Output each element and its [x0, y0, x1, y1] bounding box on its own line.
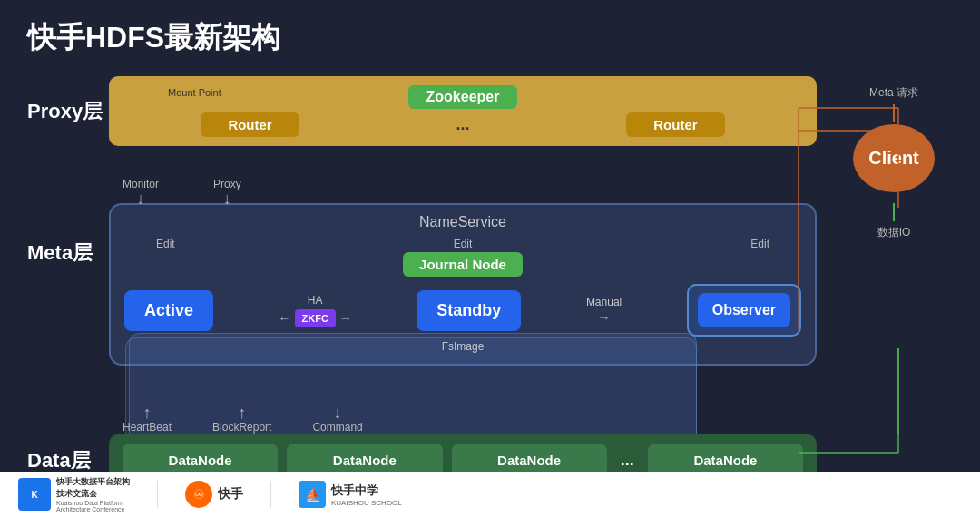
edit-right-label: Edit	[750, 238, 769, 250]
command-label: Command	[312, 421, 362, 434]
footer: K 快手大数据平台架构 技术交流会 Kuaishou Data Platform…	[0, 472, 980, 517]
standby-btn: Standby	[416, 290, 521, 331]
data-layer-label: Data层	[27, 447, 109, 474]
monitor-label: Monitor	[122, 178, 159, 190]
command-arrow-sym: ↓	[334, 405, 342, 421]
dots-label: ...	[456, 115, 469, 134]
meta-layer: Meta层 NameService Edit Edit Edit Journal	[27, 203, 817, 366]
manual-group: Manual →	[586, 296, 622, 325]
blockreport-label: BlockReport	[212, 421, 271, 434]
mount-point-label: Mount Point	[168, 87, 221, 98]
main-container: 快手HDFS最新架构 Proxy层 Mount Point Zookeeper …	[0, 0, 980, 517]
ha-label: HA	[308, 294, 323, 307]
router-left-btn: Router	[201, 112, 299, 137]
manual-label: Manual	[586, 296, 622, 308]
data-io-label: 数据IO	[877, 225, 911, 240]
heartbeat-arrow: ↑ HeartBeat	[122, 405, 172, 434]
observer-btn: Observer	[698, 293, 790, 327]
journal-node-btn: Journal Node	[403, 252, 523, 277]
footer-logo2-text: 快手	[218, 486, 243, 502]
zookeeper-btn: Zookeeper	[408, 85, 518, 109]
ha-arrows: ← ZKFC →	[279, 309, 352, 327]
blockreport-arrow-sym: ↑	[238, 405, 246, 421]
active-btn: Active	[124, 290, 213, 331]
router-row: Router ... Router	[122, 112, 803, 137]
client-data-arrow-line	[893, 203, 895, 221]
fsimage-row: FsImage	[124, 340, 801, 353]
proxy-layer-label: Proxy层	[27, 98, 109, 125]
diagram-wrapper: Proxy层 Mount Point Zookeeper Router ... …	[27, 76, 953, 466]
logo3-icon: ⛵	[299, 481, 326, 508]
journal-node-row: Journal Node	[124, 252, 801, 277]
footer-logo-3: ⛵ 快手中学 KUAISHOU SCHOOL	[299, 481, 402, 508]
ha-zkfc-group: HA ← ZKFC →	[279, 294, 352, 327]
proxy-label: Proxy	[213, 178, 241, 190]
footer-logo3-text: 快手中学 KUAISHOU SCHOOL	[331, 483, 402, 507]
fsimage-label: FsImage	[442, 340, 485, 353]
observer-box: Observer	[687, 284, 801, 337]
page-title: 快手HDFS最新架构	[27, 18, 953, 58]
footer-divider1	[157, 481, 158, 508]
logo2-icon: ♾	[185, 481, 212, 508]
proxy-box: Mount Point Zookeeper Router ... Router	[109, 76, 817, 146]
zookeeper-row: Mount Point Zookeeper	[122, 85, 803, 109]
router-right-btn: Router	[626, 112, 724, 137]
data-arrows-row: ↑ HeartBeat ↑ BlockReport ↓ Command	[122, 405, 363, 434]
client-section: Meta 请求 Client 数据IO	[835, 85, 953, 240]
proxy-layer: Proxy层 Mount Point Zookeeper Router ... …	[27, 76, 817, 146]
edit-left-label: Edit	[156, 238, 175, 250]
meta-layer-label: Meta层	[27, 239, 109, 267]
nodes-row: Active HA ← ZKFC → Standby Manual	[124, 284, 801, 337]
edit-arrows-top: Edit Edit Edit	[124, 238, 801, 250]
command-arrow: ↓ Command	[312, 405, 362, 434]
logo1-icon: K	[18, 478, 51, 511]
nameservice-box: NameService Edit Edit Edit Journal Node …	[109, 203, 817, 366]
footer-divider2	[270, 481, 271, 508]
footer-logo1-text: 快手大数据平台架构 技术交流会 Kuaishou Data Platform A…	[56, 476, 130, 512]
meta-request-label: Meta 请求	[869, 85, 918, 101]
client-meta-arrow-line	[893, 104, 895, 122]
heartbeat-arrow-sym: ↑	[143, 405, 152, 421]
nameservice-inner: NameService Edit Edit Edit Journal Node …	[124, 214, 801, 353]
blockreport-arrow: ↑ BlockReport	[212, 405, 271, 434]
nameservice-title: NameService	[124, 214, 801, 230]
footer-logo-1: K 快手大数据平台架构 技术交流会 Kuaishou Data Platform…	[18, 476, 130, 512]
client-label: Client	[868, 148, 919, 169]
footer-logo-2: ♾ 快手	[185, 481, 243, 508]
zkfc-btn: ZKFC	[295, 309, 336, 327]
edit-center-label: Edit	[454, 238, 473, 250]
client-oval: Client	[853, 124, 935, 192]
heartbeat-label: HeartBeat	[122, 421, 172, 434]
